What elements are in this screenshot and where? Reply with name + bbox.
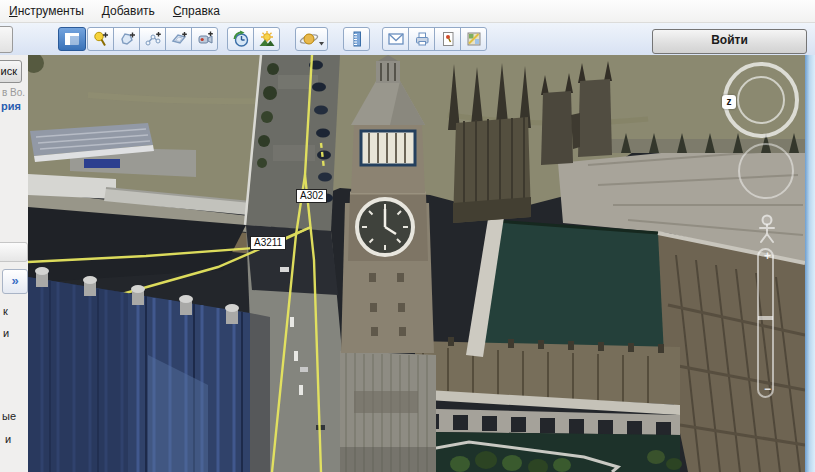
sunlight-button[interactable] xyxy=(253,27,280,51)
email-button[interactable] xyxy=(382,27,409,51)
tree-item-fragment[interactable]: к xyxy=(3,305,8,317)
historical-imagery-button[interactable] xyxy=(227,27,254,51)
view-in-maps-icon xyxy=(465,30,483,48)
road-label-a3211: A3211 xyxy=(250,236,286,250)
road-label-a302: A302 xyxy=(296,189,327,203)
search-button-fragment[interactable]: иск xyxy=(0,60,22,83)
compass-north-marker[interactable]: z xyxy=(722,95,736,109)
history-link-fragment[interactable]: рия xyxy=(1,100,21,112)
menu-add[interactable]: Добавить xyxy=(93,1,164,21)
sign-in-button[interactable]: Войти xyxy=(652,29,807,54)
zoom-in-button[interactable]: + xyxy=(759,249,776,263)
save-image-button[interactable] xyxy=(434,27,461,51)
menu-tools[interactable]: Инструменты xyxy=(0,1,93,21)
ruler-button[interactable] xyxy=(343,27,370,51)
add-polygon-button[interactable] xyxy=(113,27,140,51)
historical-imagery-icon xyxy=(232,30,250,48)
map-3d-scene[interactable] xyxy=(28,55,805,472)
tree-item-fragment[interactable]: ые xyxy=(2,410,16,422)
save-image-icon xyxy=(439,30,457,48)
panel-header-fragment[interactable] xyxy=(0,242,28,262)
window-edge xyxy=(805,55,815,472)
westminster-bridge xyxy=(245,55,340,231)
email-icon xyxy=(387,30,405,48)
sidebar-sliver: иск в Во. рия » к и ые и xyxy=(0,55,28,472)
add-path-icon xyxy=(144,30,162,48)
record-tour-icon xyxy=(196,30,214,48)
ruler-icon xyxy=(348,30,366,48)
expand-panel-button[interactable]: » xyxy=(2,269,28,294)
add-placemark-icon xyxy=(92,30,110,48)
menu-bar: Инструменты Добавить Справка xyxy=(0,0,815,23)
look-joystick[interactable] xyxy=(738,143,794,199)
toggle-sidebar-icon xyxy=(63,30,81,48)
view-in-maps-button[interactable] xyxy=(460,27,487,51)
tree-item-fragment[interactable]: и xyxy=(3,327,9,339)
toolbar: Войти xyxy=(0,23,815,56)
cutoff-panel-button xyxy=(0,26,13,53)
record-tour-button[interactable] xyxy=(191,27,218,51)
map-viewport[interactable]: A302 A3211 z + − xyxy=(28,55,805,472)
zoom-out-button[interactable]: − xyxy=(759,382,776,396)
zoom-slider-handle[interactable] xyxy=(758,316,773,320)
pegman-icon[interactable] xyxy=(755,213,779,245)
search-hint-fragment: в Во. xyxy=(2,87,25,98)
add-image-overlay-icon xyxy=(170,30,188,48)
add-path-button[interactable] xyxy=(139,27,166,51)
add-image-overlay-button[interactable] xyxy=(165,27,192,51)
print-button[interactable] xyxy=(408,27,435,51)
google-earth-window: Инструменты Добавить Справка xyxy=(0,0,815,472)
sunlight-icon xyxy=(258,30,276,48)
toggle-sidebar-button[interactable] xyxy=(58,27,86,51)
planets-icon xyxy=(299,30,325,48)
zoom-slider[interactable]: + − xyxy=(757,248,774,398)
print-icon xyxy=(413,30,431,48)
tree-item-fragment[interactable]: и xyxy=(5,433,11,445)
menu-help[interactable]: Справка xyxy=(164,1,229,21)
planets-button[interactable] xyxy=(295,27,328,51)
add-polygon-icon xyxy=(118,30,136,48)
add-placemark-button[interactable] xyxy=(87,27,114,51)
